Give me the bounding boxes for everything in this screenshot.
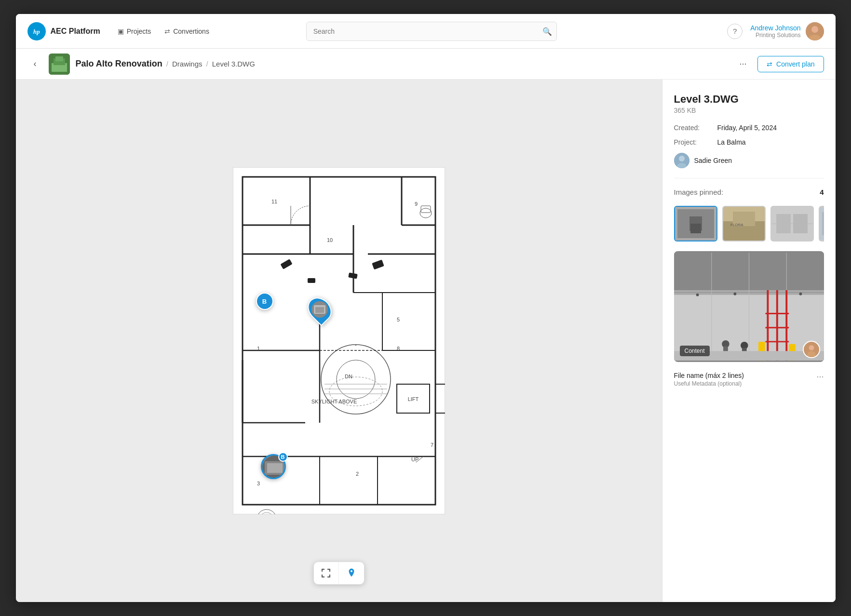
top-nav: hp AEC Platform ▣ Projects ⇄ Convertions… [16, 14, 836, 49]
thumbnail-2[interactable]: FLORA [722, 206, 766, 241]
drawing-area[interactable]: 9 11 10 DN [16, 80, 662, 602]
secondary-nav: ‹ Palo Alto Renovation / Drawings / Leve… [16, 49, 836, 80]
search-icon[interactable]: 🔍 [542, 27, 552, 36]
svg-text:10: 10 [327, 237, 333, 243]
svg-text:3: 3 [257, 481, 260, 486]
images-label: Images pinned: [674, 188, 724, 196]
sadie-avatar [674, 153, 689, 168]
svg-text:9: 9 [414, 201, 417, 207]
preview-file-name: File name (máx 2 lines) [674, 372, 744, 379]
file-info-row: File name (máx 2 lines) Useful Metadata … [674, 372, 824, 387]
thumbnail-4[interactable] [819, 206, 824, 241]
user-text: Andrew Johnson Printing Solutions [750, 24, 800, 39]
svg-rect-62 [308, 278, 315, 283]
pin-b-bottom[interactable]: B [261, 454, 286, 479]
pin-bubble-b1: B [256, 293, 273, 310]
file-header: Level 3.DWG 365 KB [674, 93, 824, 114]
svg-point-115 [809, 345, 814, 350]
pin-photo-label: B [278, 452, 288, 462]
project-label: Project: [674, 138, 717, 146]
breadcrumb-file: Level 3.DWG [212, 60, 255, 68]
main-content: 9 11 10 DN [16, 80, 836, 602]
user-name: Andrew Johnson [750, 24, 800, 32]
main-preview-image[interactable]: Content [674, 251, 824, 362]
projects-nav-link[interactable]: ▣ Projects [112, 25, 157, 38]
project-thumbnail [49, 54, 70, 75]
hp-logo-icon: hp [27, 22, 46, 40]
user-name-meta: Sadie Green [694, 157, 732, 164]
app-window: hp AEC Platform ▣ Projects ⇄ Convertions… [16, 14, 836, 602]
right-panel: Level 3.DWG 365 KB Created: Friday, Apri… [662, 80, 836, 602]
created-label: Created: [674, 124, 717, 132]
pin-b-top[interactable]: B [256, 293, 273, 310]
breadcrumb: Palo Alto Renovation / Drawings / Level … [76, 59, 255, 69]
file-size: 365 KB [674, 107, 824, 114]
drawing-toolbar [313, 562, 365, 585]
fit-view-button[interactable] [314, 562, 339, 584]
breadcrumb-section[interactable]: Drawings [172, 60, 203, 68]
svg-rect-87 [776, 214, 791, 233]
thumbnail-1[interactable] [674, 206, 717, 241]
svg-rect-90 [822, 212, 824, 235]
project-value: La Balma [717, 138, 746, 146]
secondary-nav-right: ··· ⇄ Convert plan [734, 55, 824, 73]
created-row: Created: Friday, April 5, 2024 [674, 124, 824, 132]
svg-text:2: 2 [356, 471, 359, 477]
user-info: Andrew Johnson Printing Solutions [750, 22, 824, 40]
floor-plan-container: 9 11 10 DN [233, 167, 445, 514]
user-role: Printing Solutions [750, 32, 800, 39]
svg-rect-79 [690, 224, 701, 233]
avatar[interactable] [806, 22, 824, 40]
convert-icon: ⇄ [164, 27, 170, 35]
svg-rect-88 [793, 214, 808, 233]
file-metadata: Created: Friday, April 5, 2024 Project: … [674, 124, 824, 168]
preview-avatar [803, 341, 820, 358]
user-row: Sadie Green [674, 153, 824, 168]
svg-point-74 [679, 156, 685, 161]
preview-more-button[interactable]: ··· [816, 372, 824, 382]
more-options-button[interactable]: ··· [734, 55, 752, 73]
app-logo[interactable]: hp AEC Platform [27, 22, 100, 40]
svg-rect-68 [315, 307, 324, 313]
svg-text:7: 7 [431, 442, 433, 448]
file-info-text: File name (máx 2 lines) Useful Metadata … [674, 372, 744, 387]
created-value: Friday, April 5, 2024 [717, 124, 777, 132]
svg-point-113 [799, 293, 802, 295]
back-button[interactable]: ‹ [27, 56, 43, 72]
svg-point-116 [807, 351, 816, 358]
content-badge: Content [680, 346, 710, 356]
svg-text:LIFT: LIFT [407, 396, 419, 402]
images-count: 4 [820, 188, 824, 196]
svg-point-72 [351, 570, 352, 572]
thumbnails-row: FLORA [674, 206, 824, 241]
pin-button[interactable] [339, 562, 364, 584]
divider-1 [674, 178, 824, 178]
svg-text:hp: hp [33, 28, 40, 35]
convert-icon: ⇄ [767, 60, 772, 68]
svg-text:5: 5 [397, 317, 400, 322]
app-name: AEC Platform [51, 27, 100, 36]
projects-icon: ▣ [118, 27, 124, 35]
convert-plan-button[interactable]: ⇄ Convert plan [757, 56, 824, 72]
help-button[interactable]: ? [727, 24, 743, 39]
preview-file-meta: Useful Metadata (optional) [674, 380, 744, 387]
svg-text:FLORA: FLORA [730, 223, 743, 227]
svg-rect-8 [55, 56, 63, 61]
svg-text:DN: DN [345, 374, 352, 379]
project-row: Project: La Balma [674, 138, 824, 146]
images-header: Images pinned: 4 [674, 188, 824, 196]
svg-point-112 [733, 293, 736, 295]
breadcrumb-project: Palo Alto Renovation [76, 59, 162, 69]
svg-text:11: 11 [271, 199, 277, 204]
file-title: Level 3.DWG [674, 93, 824, 106]
nav-links: ▣ Projects ⇄ Convertions [112, 25, 215, 38]
conversions-nav-link[interactable]: ⇄ Convertions [159, 25, 215, 38]
search-bar: 🔍 [306, 22, 557, 41]
thumbnail-3[interactable] [770, 206, 814, 241]
svg-rect-71 [267, 463, 283, 473]
nav-right: ? Andrew Johnson Printing Solutions [727, 22, 824, 40]
search-input[interactable] [306, 22, 557, 41]
svg-point-3 [811, 26, 818, 33]
pin-location-center[interactable] [309, 296, 330, 322]
svg-point-111 [696, 294, 699, 296]
